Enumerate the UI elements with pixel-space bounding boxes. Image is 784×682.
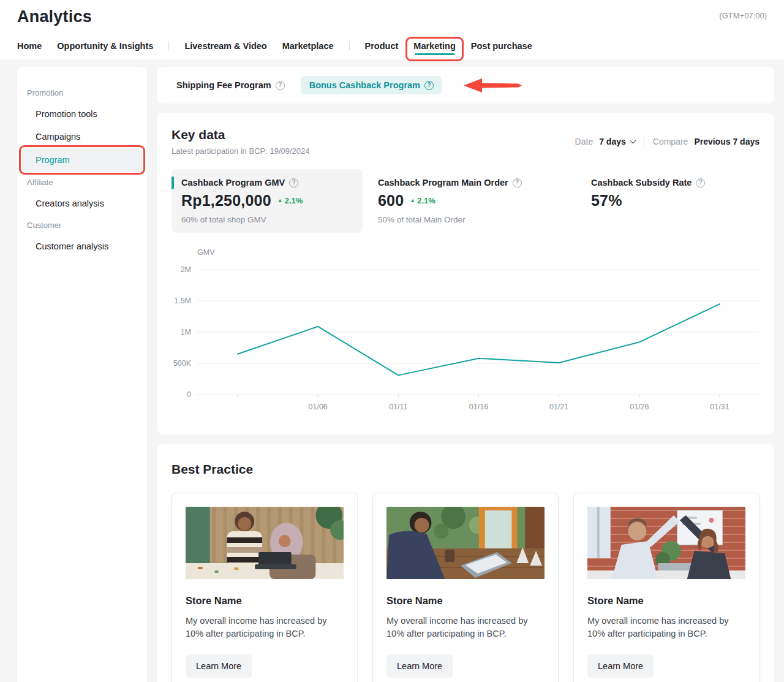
store-testimonial: My overall income has increased by 10% a…	[186, 615, 344, 640]
metric-title: Cashback Program Main Order?	[378, 178, 576, 188]
help-icon[interactable]: ?	[513, 178, 522, 188]
learn-more-button[interactable]: Learn More	[186, 654, 252, 678]
metric-change-badge: ▲2.1%	[277, 196, 303, 205]
best-practice-card: Best Practice Store NameMy overall incom…	[157, 444, 774, 682]
best-practice-title: Best Practice	[172, 462, 760, 477]
up-triangle-icon: ▲	[410, 198, 415, 203]
learn-more-button[interactable]: Learn More	[587, 654, 654, 678]
sidebar-section-affiliate: Affiliate	[17, 172, 147, 192]
date-range-select[interactable]: 7 days	[599, 137, 635, 146]
tab-home[interactable]: Home	[17, 41, 42, 59]
subtab-label: Bonus Cashback Program	[309, 80, 420, 90]
help-icon[interactable]: ?	[276, 81, 285, 90]
sidebar-item-label: Campaigns	[36, 132, 80, 142]
svg-text:01/11: 01/11	[389, 403, 407, 411]
key-data-subtitle: Latest participation in BCP: 19/09/2024	[172, 146, 309, 156]
card-photo-colleagues-high-five	[587, 507, 745, 579]
tab-marketing[interactable]: Marketing	[413, 41, 456, 59]
svg-text:01/26: 01/26	[630, 403, 649, 411]
gmv-line-chart: GMV0500K1M1.5M2M01/0601/1101/1601/2101/2…	[172, 245, 760, 420]
metric-subtext: 50% of total Main Order	[378, 215, 576, 224]
controls-divider	[644, 137, 644, 146]
metric-title-text: Cashback Subsidy Rate	[591, 178, 692, 188]
sidebar: PromotionPromotion toolsCampaignsProgram…	[17, 67, 147, 682]
tab-label: Marketing	[413, 41, 456, 51]
chevron-down-icon	[630, 137, 636, 143]
metric-card-cashback-program-gmv[interactable]: Cashback Program GMV?Rp1,250,000▲2.1%60%…	[172, 169, 363, 233]
sidebar-item-customer-analysis[interactable]: Customer analysis	[17, 235, 147, 257]
tab-label: Post purchase	[471, 41, 532, 51]
store-testimonial: My overall income has increased by 10% a…	[587, 615, 745, 640]
tab-marketplace[interactable]: Marketplace	[282, 41, 334, 59]
annotation-arrow	[463, 77, 522, 94]
tab-label: Product	[365, 41, 399, 51]
metric-card-cashback-program-main-order[interactable]: Cashback Program Main Order?600▲2.1%50% …	[378, 169, 576, 233]
best-practice-card-3: Store NameMy overall income has increase…	[573, 493, 760, 682]
nav-divider	[349, 42, 350, 50]
tab-product[interactable]: Product	[365, 41, 399, 59]
metric-subtext: 60% of total shop GMV	[181, 215, 353, 224]
main-content: Shipping Fee Program?Bonus Cashback Prog…	[157, 67, 774, 682]
card-photo-woman-using-tablet	[386, 507, 545, 579]
metric-value-row: 600▲2.1%	[378, 192, 576, 210]
metric-title: Cashback Subsidy Rate?	[591, 178, 760, 188]
date-label: Date	[575, 137, 594, 146]
svg-text:01/16: 01/16	[469, 403, 488, 411]
sidebar-section-customer: Customer	[17, 215, 147, 235]
subtab-shipping-fee-program[interactable]: Shipping Fee Program?	[176, 80, 285, 90]
metric-change-value: 2.1%	[285, 196, 303, 205]
svg-text:01/06: 01/06	[309, 403, 328, 411]
sidebar-item-promotion-tools[interactable]: Promotion tools	[17, 103, 147, 125]
y-axis-unit-label: GMV	[197, 248, 215, 257]
store-testimonial: My overall income has increased by 10% a…	[386, 615, 545, 640]
metric-title-text: Cashback Program Main Order	[378, 178, 508, 188]
learn-more-button[interactable]: Learn More	[386, 654, 453, 678]
gmv-chart-area: GMV0500K1M1.5M2M01/0601/1101/1601/2101/2…	[172, 245, 760, 420]
sidebar-item-label: Creators analysis	[36, 199, 104, 208]
tab-post-purchase[interactable]: Post purchase	[471, 41, 532, 59]
svg-text:01/21: 01/21	[549, 403, 568, 411]
compare-label: Compare	[653, 137, 688, 146]
best-practice-card-2: Store NameMy overall income has increase…	[372, 493, 559, 682]
store-name: Store Name	[386, 595, 545, 607]
selected-accent-bar	[172, 176, 174, 189]
best-practice-grid: Store NameMy overall income has increase…	[172, 493, 760, 682]
store-name: Store Name	[186, 595, 344, 607]
svg-text:2M: 2M	[181, 265, 191, 274]
metric-value: 57%	[591, 192, 622, 210]
svg-text:1M: 1M	[181, 328, 191, 336]
up-triangle-icon: ▲	[277, 198, 283, 203]
best-practice-card-1: Store NameMy overall income has increase…	[172, 493, 358, 682]
sidebar-item-creators-analysis[interactable]: Creators analysis	[17, 192, 147, 214]
help-icon[interactable]: ?	[424, 81, 434, 90]
key-data-card: Key data Latest participation in BCP: 19…	[157, 113, 774, 434]
tab-label: Home	[17, 41, 42, 51]
sidebar-section-promotion: Promotion	[17, 83, 147, 102]
tab-livestream-video[interactable]: Livestream & Video	[184, 41, 266, 59]
sidebar-item-campaigns[interactable]: Campaigns	[17, 126, 147, 148]
subtab-label: Shipping Fee Program	[176, 80, 271, 90]
help-icon[interactable]: ?	[289, 178, 298, 188]
metric-change-value: 2.1%	[417, 196, 435, 205]
tab-opportunity-insights[interactable]: Opportunity & Insights	[57, 41, 153, 59]
metric-card-cashback-subsidy-rate[interactable]: Cashback Subsidy Rate?57%	[591, 169, 760, 233]
metric-title: Cashback Program GMV?	[181, 178, 353, 188]
page-title: Analytics	[17, 7, 92, 26]
timezone-label: (GTM+07:00)	[719, 11, 767, 20]
program-subtab-bar: Shipping Fee Program?Bonus Cashback Prog…	[157, 67, 774, 104]
sidebar-item-label: Program	[36, 155, 70, 165]
svg-text:01/31: 01/31	[710, 403, 729, 411]
key-data-title: Key data	[172, 127, 309, 142]
tab-label: Marketplace	[282, 41, 334, 51]
help-icon[interactable]: ?	[696, 178, 705, 188]
card-photo-two-women-with-laptop	[186, 507, 344, 579]
subtab-bonus-cashback-program[interactable]: Bonus Cashback Program?	[301, 76, 442, 94]
compare-value-select[interactable]: Previous 7 days	[694, 137, 760, 146]
metric-title-text: Cashback Program GMV	[181, 178, 285, 188]
sidebar-item-program[interactable]: Program	[22, 148, 142, 172]
metric-value: 600	[378, 192, 404, 210]
metric-value: Rp1,250,000	[181, 192, 271, 210]
nav-divider	[168, 42, 169, 50]
top-header: Analytics (GTM+07:00) HomeOpportunity & …	[0, 0, 784, 59]
svg-text:1.5M: 1.5M	[174, 297, 191, 305]
